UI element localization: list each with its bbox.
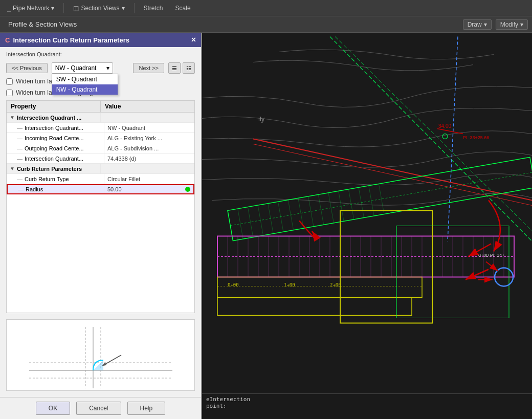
svg-text:0+00: 0+00	[228, 282, 239, 288]
section-views-icon: ◫	[73, 5, 79, 12]
section1-value-cell	[101, 113, 194, 122]
prop-row-1-val[interactable]: NW - Quadrant	[104, 123, 194, 133]
cancel-button[interactable]: Cancel	[76, 402, 121, 415]
settings-icon-btn[interactable]: ☰	[168, 62, 181, 74]
row6-prop-text: Radius	[26, 186, 43, 192]
scale-btn[interactable]: Scale	[172, 0, 194, 16]
section1-label: Intersection Quadrant ...	[17, 115, 82, 121]
svg-text:34.00: 34.00	[438, 123, 451, 129]
dialog-title-text: Intersection Curb Return Parameters	[13, 36, 191, 44]
close-button[interactable]: ×	[191, 36, 196, 44]
prop-row-5-prop: — Curb Return Type	[7, 174, 104, 184]
tree-dash-6: —	[18, 186, 24, 192]
modify-menu[interactable]: Modify ▾	[496, 19, 528, 30]
prop-row-6-val[interactable]: 50.00'	[104, 185, 193, 193]
prop-col-header: Property	[7, 101, 101, 112]
dropdown-option-nw[interactable]: NW - Quadrant	[52, 84, 118, 95]
dialog-panel: C Intersection Curb Return Parameters × …	[0, 33, 202, 419]
draw-menu[interactable]: Draw ▾	[463, 19, 492, 30]
green-indicator	[185, 187, 190, 192]
secondary-toolbar: Profile & Section Views Draw ▾ Modify ▾	[0, 16, 532, 33]
help-button[interactable]: Help	[127, 402, 166, 415]
prop-row-2-val[interactable]: ALG - Existing York ...	[104, 133, 194, 143]
row3-prop-text: Outgoing Road Cente...	[25, 145, 84, 151]
svg-text:PI: 33+25.66: PI: 33+25.66	[463, 135, 489, 140]
section1-expand-icon[interactable]: ▼	[10, 115, 15, 120]
tree-dash-1: —	[17, 125, 23, 131]
tree-dash-2: —	[17, 135, 23, 141]
pipe-network-label: Pipe Network	[13, 5, 49, 12]
svg-line-7	[106, 355, 121, 364]
quadrant-nav-row: << Previous NW - Quadrant ▾ SW - Quadran…	[6, 62, 195, 74]
widen-incoming-checkbox[interactable]	[6, 78, 13, 85]
dialog-icon: C	[5, 36, 10, 44]
prev-button[interactable]: << Previous	[6, 63, 48, 73]
pipe-network-chevron: ▾	[51, 5, 54, 12]
widen-outgoing-checkbox[interactable]	[6, 90, 13, 96]
prop-row-2-prop: — Incoming Road Cente...	[7, 133, 104, 143]
dialog-footer: OK Cancel Help	[0, 397, 201, 419]
properties-table: Property Value ▼ Intersection Quadrant .…	[6, 100, 195, 313]
preview-svg	[24, 322, 178, 388]
section2-label: Curb Return Parameters	[17, 166, 82, 172]
quadrant-selected-value: NW - Quadrant	[55, 64, 97, 72]
prop-row-3: — Outgoing Road Cente... ALG - Subdivisi…	[7, 143, 194, 153]
svg-text:1+00: 1+00	[284, 282, 295, 288]
quadrant-label: Intersection Quadrant:	[6, 51, 195, 57]
dropdown-arrow-icon: ▾	[106, 64, 109, 72]
dialog-content: Intersection Quadrant: << Previous NW - …	[0, 47, 201, 397]
section2-cell: ▼ Curb Return Parameters	[7, 164, 101, 173]
prop-row-6-prop: — Radius	[8, 185, 104, 193]
section-views-label: Section Views	[81, 5, 119, 12]
section1-row: ▼ Intersection Quadrant ...	[7, 113, 194, 123]
draw-chevron: ▾	[484, 21, 487, 28]
quadrant-dropdown-menu: SW - Quadrant NW - Quadrant	[52, 74, 118, 95]
scale-label: Scale	[175, 5, 191, 12]
toolbar-separator-1	[63, 3, 64, 13]
prop-row-4: — Intersection Quadrant... 74.4338 (d)	[7, 153, 194, 164]
dialog-titlebar: C Intersection Curb Return Parameters ×	[0, 33, 201, 47]
prop-row-4-prop: — Intersection Quadrant...	[7, 153, 104, 163]
section2-row: ▼ Curb Return Parameters	[7, 164, 194, 174]
row4-prop-text: Intersection Quadrant...	[25, 156, 83, 162]
command-line: eIntersection point:	[202, 393, 532, 419]
svg-text:ily: ily	[258, 115, 265, 123]
dropdown-option-sw[interactable]: SW - Quadrant	[52, 74, 118, 84]
prop-row-4-val[interactable]: 74.4338 (d)	[104, 153, 194, 163]
row2-prop-text: Incoming Road Cente...	[25, 135, 84, 141]
value-col-header: Value	[101, 101, 194, 112]
prop-row-3-prop: — Outgoing Road Cente...	[7, 143, 104, 153]
section-views-menu[interactable]: ◫ Section Views ▾	[70, 0, 127, 16]
section2-value-cell	[101, 164, 194, 173]
quadrant-dropdown-wrapper: NW - Quadrant ▾ SW - Quadrant NW - Quadr…	[52, 62, 129, 74]
prop-row-5: — Curb Return Type Circular Fillet	[7, 174, 194, 184]
prop-row-3-val[interactable]: ALG - Subdivision ...	[104, 143, 194, 153]
tree-dash-5: —	[17, 176, 23, 182]
main-area: C Intersection Curb Return Parameters × …	[0, 33, 532, 419]
pipe-network-menu[interactable]: ⎯ Pipe Network ▾	[4, 0, 57, 16]
svg-text:0+00 PI: 34+: 0+00 PI: 34+	[478, 253, 505, 258]
prop-row-5-val[interactable]: Circular Fillet	[104, 174, 194, 184]
stretch-btn[interactable]: Stretch	[141, 0, 166, 16]
cad-viewport[interactable]: 34.00 PI: 33+25.66 0+00 PI: 34+ ily	[202, 33, 532, 419]
cad-drawing: 34.00 PI: 33+25.66 0+00 PI: 34+ ily	[202, 33, 532, 419]
row5-prop-text: Curb Return Type	[25, 176, 69, 182]
section1-cell: ▼ Intersection Quadrant ...	[7, 113, 101, 122]
main-toolbar: ⎯ Pipe Network ▾ ◫ Section Views ▾ Stret…	[0, 0, 532, 16]
tree-dash-3: —	[17, 145, 23, 151]
section-views-chevron: ▾	[122, 5, 125, 12]
list-icon-btn[interactable]: ☷	[183, 62, 195, 74]
toolbar2-title: Profile & Section Views	[8, 20, 77, 28]
section2-expand-icon[interactable]: ▼	[10, 166, 15, 171]
prop-row-1: — Intersection Quadrant... NW - Quadrant	[7, 123, 194, 133]
svg-text:2+00: 2+00	[330, 282, 341, 288]
quadrant-dropdown[interactable]: NW - Quadrant ▾	[52, 62, 113, 74]
props-table-header: Property Value	[7, 101, 194, 113]
ok-button[interactable]: OK	[36, 402, 70, 415]
modify-chevron: ▾	[520, 21, 523, 28]
prop-row-6: — Radius 50.00'	[7, 184, 194, 194]
pipe-network-icon: ⎯	[7, 5, 11, 12]
preview-area	[6, 319, 195, 391]
next-button[interactable]: Next >>	[133, 63, 164, 73]
command-line-1: eIntersection	[206, 396, 528, 403]
